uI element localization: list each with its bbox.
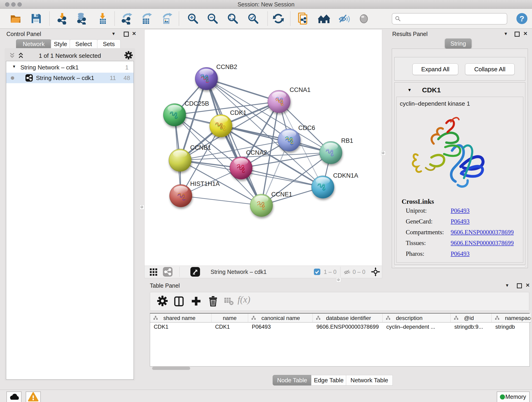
node-table[interactable]: shared namenamecanonical namedatabase id…	[150, 313, 530, 366]
import-network-database-icon[interactable]	[76, 13, 88, 25]
column-header-description[interactable]: description	[383, 313, 451, 322]
left-splitter-handle[interactable]	[140, 205, 144, 210]
network-node-rb1[interactable]: RB1	[320, 137, 353, 164]
tab-network[interactable]: Network	[16, 39, 51, 49]
export-table-icon[interactable]	[140, 13, 152, 25]
hide-panels-icon[interactable]	[338, 13, 350, 25]
zoom-selected-icon[interactable]	[247, 13, 259, 25]
zoom-in-icon[interactable]	[187, 13, 199, 25]
warnings-button[interactable]	[26, 391, 41, 402]
tab-sets[interactable]: Sets	[97, 39, 120, 49]
annotations-icon[interactable]	[298, 13, 309, 25]
network-tab-body: 1 of 1 Network selected ▼ String Network…	[5, 48, 135, 381]
control-panel-close-icon[interactable]: ✕	[132, 31, 136, 36]
column-header-namespace[interactable]: namespace	[492, 313, 531, 322]
search-input[interactable]	[402, 14, 504, 23]
grid-mode-icon[interactable]	[150, 268, 157, 276]
network-edge	[181, 196, 261, 205]
zoom-out-icon[interactable]	[207, 13, 219, 25]
delete-column-icon[interactable]	[208, 295, 218, 306]
table-horizontal-scrollbar[interactable]	[152, 367, 190, 370]
table-panel-float-icon[interactable]: ▾	[506, 283, 508, 288]
crosslink-link[interactable]: 9606.ENSP00000378699	[451, 240, 514, 247]
zoom-fit-icon[interactable]	[227, 13, 239, 25]
view-toolbar-separator	[340, 267, 341, 277]
open-session-icon[interactable]	[10, 13, 22, 25]
column-header-shared-name[interactable]: shared name	[150, 313, 211, 322]
network-row[interactable]: String Network – cdk1 11 48	[6, 73, 133, 83]
table-cell[interactable]: CDK1	[150, 322, 211, 331]
help-icon[interactable]: ?	[516, 13, 528, 25]
search-box	[392, 13, 507, 25]
share-view-icon[interactable]	[163, 267, 172, 277]
add-column-icon[interactable]	[191, 296, 201, 306]
tab-network-table[interactable]: Network Table	[346, 375, 393, 385]
import-table-file-icon[interactable]	[97, 13, 109, 25]
network-collection-row[interactable]: ▼ String Network – cdk1 1	[6, 62, 133, 73]
function-builder-icon[interactable]: f(x)	[238, 294, 250, 305]
network-node-ccnb1[interactable]: CCNB1	[169, 144, 211, 172]
collection-expand-icon[interactable]: ▼	[12, 64, 16, 69]
table-cell[interactable]: stringdb	[492, 322, 531, 331]
table-panel-undock-icon[interactable]	[517, 283, 522, 288]
crosslink-link[interactable]: P06493	[451, 218, 470, 225]
network-node-hist1h1a[interactable]: HIST1H1A	[170, 180, 220, 207]
network-node-ccna1[interactable]: CCNA1	[268, 86, 311, 113]
table-cell-value: stringdb	[495, 324, 515, 330]
results-panel-undock-icon[interactable]	[515, 32, 520, 37]
refresh-view-icon[interactable]	[272, 13, 284, 25]
network-edge	[241, 168, 323, 187]
expand-all-button[interactable]: Expand All	[412, 64, 458, 75]
import-network-file-icon[interactable]	[57, 13, 69, 25]
table-cell[interactable]: 9606.ENSP00000378699	[313, 322, 382, 331]
export-image-icon[interactable]	[161, 13, 173, 25]
results-scrollbar[interactable]	[394, 266, 525, 267]
collapse-all-button[interactable]: Collapse All	[465, 64, 515, 75]
column-header-name[interactable]: name	[211, 313, 248, 322]
results-panel-close-icon[interactable]: ✕	[523, 31, 527, 36]
control-panel-undock-icon[interactable]	[124, 32, 129, 37]
crosslink-link[interactable]: P06493	[451, 207, 470, 214]
open-in-window-icon[interactable]	[190, 267, 200, 277]
table-cell[interactable]: CDK1	[211, 322, 248, 331]
tab-string[interactable]: String	[445, 38, 472, 49]
right-splitter-handle[interactable]	[381, 151, 386, 155]
column-header--id[interactable]: @id	[451, 313, 492, 322]
table-panel-close-icon[interactable]: ✕	[526, 283, 530, 288]
delete-table-icon[interactable]	[224, 297, 234, 306]
birds-eye-view-icon[interactable]	[371, 267, 380, 276]
results-panel-float-icon[interactable]: ▾	[505, 31, 507, 36]
column-model-icon	[153, 316, 158, 320]
main-toolbar: ?	[0, 9, 532, 29]
crosslink-link[interactable]: P06493	[451, 250, 470, 257]
network-node-cdk1[interactable]: CDK1	[210, 109, 247, 137]
export-network-icon[interactable]	[121, 13, 133, 25]
table-cell[interactable]: cyclin–dependent ...	[383, 322, 450, 331]
control-panel-float-icon[interactable]: ▾	[112, 31, 115, 36]
tab-style[interactable]: Style	[51, 39, 70, 49]
preview-mode-icon[interactable]	[358, 13, 370, 25]
view-toolbar-separator	[179, 267, 180, 277]
column-header-label: canonical name	[261, 315, 300, 321]
table-cell[interactable]: P06493	[248, 322, 312, 331]
memory-button[interactable]: Memory	[497, 391, 530, 402]
home-icon[interactable]	[318, 13, 330, 25]
column-header-canonical-name[interactable]: canonical name	[248, 313, 313, 322]
column-header-database-identifier[interactable]: database identifier	[313, 313, 383, 322]
table-cell[interactable]: stringdb:9...	[451, 322, 491, 331]
crosslink-row: Uniprot:P06493	[402, 205, 521, 216]
gene-collapse-icon[interactable]: ▼	[407, 88, 412, 93]
network-canvas[interactable]: CCNB2CCNA1CDC25BCDK1CDC6RB1CCNB1CCNA2CDK…	[145, 30, 381, 265]
save-session-icon[interactable]	[30, 13, 42, 25]
show-columns-icon[interactable]	[174, 296, 184, 306]
tab-node-table[interactable]: Node Table	[273, 375, 312, 385]
network-node-cdkn1a[interactable]: CDKN1A	[312, 172, 358, 198]
network-options-gear-icon[interactable]	[124, 51, 133, 60]
tab-select[interactable]: Select	[70, 39, 98, 49]
tab-edge-table[interactable]: Edge Table	[311, 375, 346, 385]
cloud-button[interactable]	[6, 391, 22, 402]
table-settings-gear-icon[interactable]	[157, 295, 168, 306]
selected-checkbox-icon[interactable]	[314, 268, 321, 275]
crosslink-link[interactable]: 9606.ENSP00000378699	[451, 229, 514, 236]
node-label: CCNA2	[246, 149, 267, 156]
